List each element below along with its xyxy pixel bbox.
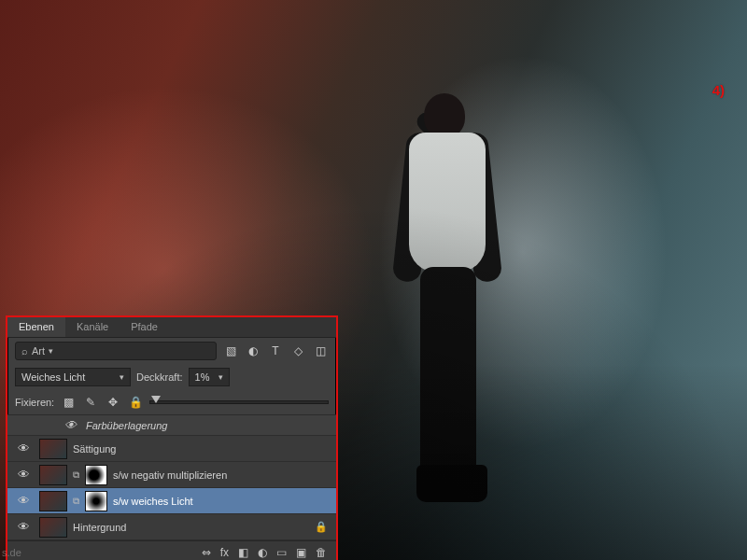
visibility-toggle-icon[interactable]: 👁 <box>13 520 34 534</box>
tab-layers[interactable]: Ebenen <box>7 317 65 337</box>
lock-label: Fixieren: <box>15 397 54 408</box>
tab-channels[interactable]: Kanäle <box>65 317 120 337</box>
layer-effect-row[interactable]: 👁 Farbüberlagerung <box>7 415 336 436</box>
new-group-icon[interactable]: ▭ <box>276 546 287 559</box>
lock-pixels-icon[interactable]: ✎ <box>82 394 99 411</box>
visibility-toggle-icon[interactable]: 👁 <box>60 418 80 432</box>
type-filter-icon[interactable]: T <box>267 343 284 359</box>
lock-position-icon[interactable]: ✥ <box>105 394 121 411</box>
layer-row[interactable]: 👁 Hintergrund 🔒 <box>7 514 336 540</box>
visibility-toggle-icon[interactable]: 👁 <box>13 441 34 455</box>
lock-all-icon[interactable]: 🔒 <box>127 394 144 411</box>
layers-panel-footer: ⇔ fx ◧ ◐ ▭ ▣ 🗑 <box>7 540 336 560</box>
layer-name: s/w weiches Licht <box>113 496 331 507</box>
visibility-toggle-icon[interactable]: 👁 <box>13 468 34 482</box>
opacity-value: 1% <box>195 371 210 383</box>
mask-link-icon[interactable]: ⧉ <box>73 496 79 507</box>
layer-thumbnail <box>39 517 67 538</box>
adjustment-filter-icon[interactable]: ◐ <box>245 343 261 359</box>
shape-filter-icon[interactable]: ◇ <box>289 343 306 359</box>
blend-mode-value: Weiches Licht <box>21 371 85 383</box>
image-filter-icon[interactable]: ▧ <box>222 343 239 359</box>
layer-name: s/w negativ multiplizieren <box>113 469 331 481</box>
opacity-value-field[interactable]: 1% ▾ <box>189 368 230 386</box>
chevron-down-icon: ▾ <box>218 372 223 382</box>
opacity-label: Deckkraft: <box>136 371 183 383</box>
link-layers-icon[interactable]: ⇔ <box>202 546 211 559</box>
annotation-4: 4) <box>712 82 725 98</box>
layer-list: 👁 Farbüberlagerung 👁 Sättigung 👁 ⧉ s/w n… <box>7 414 336 540</box>
layer-filter-type: Art <box>32 345 45 357</box>
search-icon: ⌕ <box>21 345 28 357</box>
tab-paths[interactable]: Pfade <box>120 317 169 337</box>
layer-row[interactable]: 👁 Sättigung <box>7 436 336 462</box>
layer-mask-thumbnail <box>85 491 107 511</box>
layer-name: Sättigung <box>73 443 331 455</box>
opacity-slider[interactable] <box>149 396 329 409</box>
smart-filter-icon[interactable]: ◫ <box>312 343 329 359</box>
effect-name: Farbüberlagerung <box>86 420 331 431</box>
layer-filter-search[interactable]: ⌕ Art ▾ <box>15 342 217 360</box>
layer-thumbnail <box>39 491 67 511</box>
layer-name: Hintergrund <box>73 522 306 533</box>
layer-thumbnail <box>39 465 67 485</box>
mask-link-icon[interactable]: ⧉ <box>73 469 79 481</box>
watermark: s.de <box>2 547 21 558</box>
chevron-down-icon: ▾ <box>49 346 53 356</box>
blend-mode-dropdown[interactable]: Weiches Licht ▾ <box>15 368 131 386</box>
delete-layer-icon[interactable]: 🗑 <box>316 546 327 559</box>
lock-icon: 🔒 <box>312 521 331 533</box>
layer-row[interactable]: 👁 ⧉ s/w negativ multiplizieren <box>7 462 336 488</box>
layer-fx-icon[interactable]: fx <box>220 546 229 559</box>
add-mask-icon[interactable]: ◧ <box>238 546 248 559</box>
layers-panel: Ebenen Kanäle Pfade ⌕ Art ▾ ▧ ◐ T ◇ ◫ We… <box>6 315 338 560</box>
layer-thumbnail <box>39 439 67 459</box>
layer-mask-thumbnail <box>85 465 107 485</box>
slider-thumb-icon[interactable] <box>151 396 161 403</box>
new-adjustment-icon[interactable]: ◐ <box>258 546 267 559</box>
new-layer-icon[interactable]: ▣ <box>296 546 306 559</box>
layer-row-selected[interactable]: 👁 ⧉ s/w weiches Licht 1) <box>7 488 336 514</box>
chevron-down-icon: ▾ <box>120 372 124 382</box>
panel-tabs: Ebenen Kanäle Pfade <box>7 317 336 338</box>
visibility-toggle-icon[interactable]: 👁 <box>13 494 34 508</box>
subject-silhouette <box>381 93 521 504</box>
lock-transparency-icon[interactable]: ▩ <box>60 394 77 411</box>
